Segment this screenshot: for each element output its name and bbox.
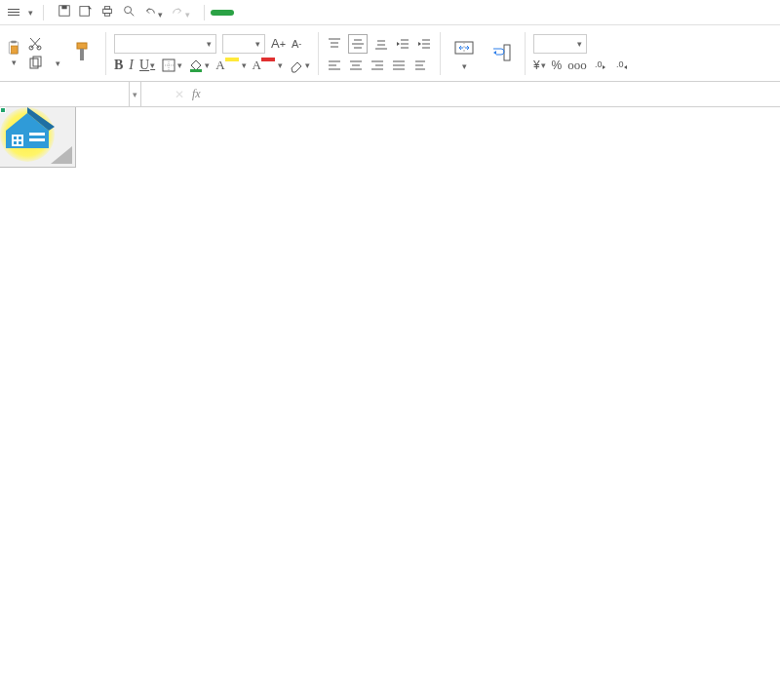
decimal-increase-button[interactable]: .0 xyxy=(593,58,608,73)
spreadsheet-grid xyxy=(0,107,780,700)
chevron-down-icon: ▾ xyxy=(255,39,260,49)
svg-rect-61 xyxy=(29,133,45,136)
format-painter-button[interactable] xyxy=(66,41,98,66)
fontcolor-underline xyxy=(261,58,277,73)
percent-button[interactable]: % xyxy=(552,58,563,72)
copy-icon xyxy=(27,56,43,71)
merge-icon xyxy=(452,36,476,59)
align-middle-button[interactable] xyxy=(348,34,368,54)
tab-data[interactable] xyxy=(304,10,328,16)
svg-rect-9 xyxy=(11,40,16,43)
orientation-button[interactable] xyxy=(412,58,428,73)
ribbon: ▾ ▾ ▾ ▾ A+ A- B I U▾ ▾ ▾ A▾ A▾ ▾ xyxy=(0,25,780,82)
house-icon xyxy=(0,107,55,152)
align-center-button[interactable] xyxy=(348,58,364,73)
file-menu-button[interactable]: ▾ xyxy=(4,8,37,18)
separator xyxy=(318,32,319,75)
currency-button[interactable]: ¥▾ xyxy=(533,58,546,72)
print-preview-icon[interactable] xyxy=(122,4,136,20)
save-as-icon[interactable] xyxy=(79,4,93,20)
menu-bar: ▾ ▾ ▾ xyxy=(0,0,780,25)
clear-format-button[interactable]: ▾ xyxy=(289,58,310,73)
tab-docer[interactable] xyxy=(421,10,445,16)
tab-page-layout[interactable] xyxy=(257,10,281,16)
font-name-selector[interactable]: ▾ xyxy=(114,34,216,54)
svg-rect-24 xyxy=(261,58,275,61)
svg-rect-18 xyxy=(80,49,84,60)
tab-review[interactable] xyxy=(328,10,351,16)
comma-button[interactable]: ooo xyxy=(567,58,587,73)
svg-rect-57 xyxy=(504,45,510,60)
name-box-input[interactable] xyxy=(0,88,129,101)
svg-rect-17 xyxy=(77,43,87,49)
italic-button[interactable]: I xyxy=(129,58,134,73)
separator xyxy=(43,5,44,20)
indent-increase-button[interactable] xyxy=(416,36,432,52)
separator xyxy=(105,32,106,75)
number-format-selector[interactable]: ▾ xyxy=(533,34,587,54)
hamburger-icon xyxy=(8,9,20,16)
tab-home[interactable] xyxy=(211,10,234,16)
svg-text:.0: .0 xyxy=(616,59,624,69)
svg-rect-3 xyxy=(103,9,112,13)
bold-button[interactable]: B xyxy=(114,58,123,73)
svg-rect-4 xyxy=(104,7,109,10)
brush-icon xyxy=(70,41,94,64)
tab-member[interactable] xyxy=(398,10,421,16)
chevron-down-icon[interactable]: ▾ xyxy=(129,82,140,106)
svg-rect-22 xyxy=(190,69,202,72)
align-left-button[interactable] xyxy=(327,58,342,73)
fx-icon[interactable]: fx xyxy=(192,87,201,101)
align-bottom-button[interactable] xyxy=(373,36,389,52)
watermark-logo xyxy=(0,107,64,152)
underline-button[interactable]: U▾ xyxy=(139,58,155,73)
separator xyxy=(204,5,205,20)
copy-button[interactable]: ▾ xyxy=(27,56,60,71)
cut-button[interactable] xyxy=(27,36,60,52)
align-right-button[interactable] xyxy=(370,58,385,73)
svg-rect-62 xyxy=(29,138,45,141)
ribbon-tabs xyxy=(211,10,445,16)
svg-point-6 xyxy=(125,7,132,14)
svg-rect-2 xyxy=(80,7,90,17)
wrap-text-button[interactable] xyxy=(486,41,517,66)
separator xyxy=(440,32,441,75)
decimal-decrease-button[interactable]: .0 xyxy=(614,58,630,73)
eraser-icon xyxy=(289,58,304,73)
formula-input[interactable] xyxy=(209,88,599,101)
tab-insert[interactable] xyxy=(234,10,257,16)
tab-view[interactable] xyxy=(351,10,374,16)
highlight-color-button[interactable]: A▾ xyxy=(215,58,246,73)
quick-access-toolbar: ▾ ▾ xyxy=(50,4,198,20)
indent-decrease-button[interactable] xyxy=(395,36,410,52)
tab-formulas[interactable] xyxy=(281,10,304,16)
tab-developer[interactable] xyxy=(374,10,398,16)
name-box[interactable]: ▾ xyxy=(0,82,141,106)
undo-icon[interactable]: ▾ xyxy=(143,4,163,20)
border-icon xyxy=(161,58,176,73)
svg-rect-1 xyxy=(61,6,66,10)
save-icon[interactable] xyxy=(58,4,71,20)
borders-button[interactable]: ▾ xyxy=(161,58,182,73)
font-size-selector[interactable]: ▾ xyxy=(222,34,265,54)
paste-button[interactable]: ▾ xyxy=(6,40,21,67)
redo-icon[interactable]: ▾ xyxy=(171,4,190,20)
font-shrink-button[interactable]: A- xyxy=(292,38,301,50)
align-top-button[interactable] xyxy=(327,36,342,52)
fill-color-button[interactable]: ▾ xyxy=(188,58,210,73)
separator xyxy=(525,32,526,75)
clipboard-icon xyxy=(6,40,21,56)
merge-center-button[interactable]: ▾ xyxy=(448,36,480,71)
svg-rect-67 xyxy=(19,141,21,144)
align-justify-button[interactable] xyxy=(391,58,407,73)
svg-rect-66 xyxy=(14,141,17,144)
svg-line-7 xyxy=(131,13,135,17)
svg-rect-63 xyxy=(12,135,23,146)
svg-rect-5 xyxy=(104,14,109,17)
font-color-button[interactable]: A▾ xyxy=(253,58,283,73)
print-icon[interactable] xyxy=(100,4,114,20)
cancel-icon[interactable]: ✕ xyxy=(175,88,184,101)
highlight-underline xyxy=(225,58,241,73)
font-grow-button[interactable]: A+ xyxy=(271,36,286,51)
chevron-down-icon: ▾ xyxy=(12,58,17,67)
